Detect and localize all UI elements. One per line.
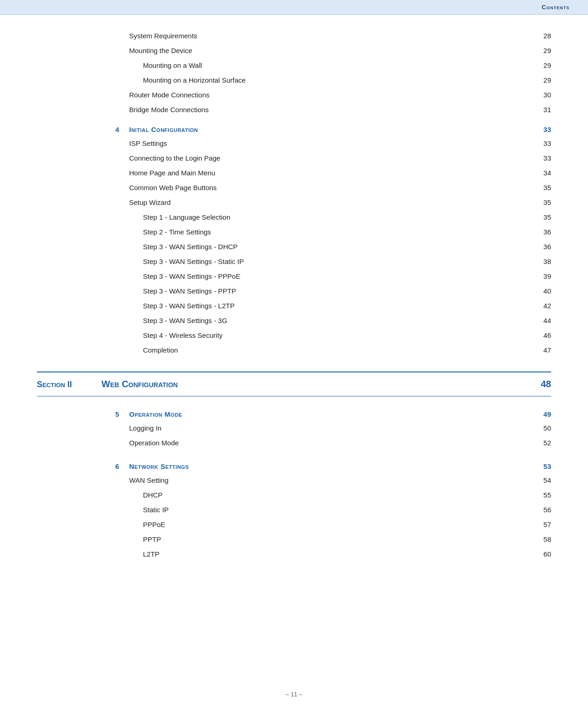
toc-entry: Completion47: [129, 343, 551, 358]
toc-page: 60: [533, 549, 551, 560]
toc-page: 29: [533, 60, 551, 71]
chapter6-num: 6: [115, 462, 129, 470]
chapter4-heading: 4 Initial Configuration 33: [37, 121, 551, 136]
toc-label: Setup Wizard: [129, 197, 533, 208]
toc-entry: Step 4 - Wireless Security46: [129, 328, 551, 343]
toc-label: Step 2 - Time Settings: [143, 227, 533, 238]
chapter5-heading: 5 Operation Mode 49: [37, 406, 551, 421]
toc-label: Step 3 - WAN Settings - PPTP: [143, 286, 533, 297]
toc-page: 28: [533, 30, 551, 42]
toc-entry: Step 1 - Language Selection35: [129, 210, 551, 225]
chapter4-num: 4: [115, 126, 129, 133]
toc-entry: Step 3 - WAN Settings - Static IP38: [129, 254, 551, 269]
toc-page: 54: [533, 475, 551, 486]
chapter6-heading: 6 Network Settings 53: [37, 458, 551, 473]
toc-entry: Step 3 - WAN Settings - DHCP36: [129, 240, 551, 254]
toc-label: Mounting the Device: [129, 45, 533, 56]
toc-page: 39: [533, 271, 551, 282]
toc-entry: Router Mode Connections30: [129, 88, 551, 102]
toc-label: DHCP: [143, 490, 533, 501]
section2-title: Web Configuration: [92, 379, 533, 389]
toc-entry: Step 3 - WAN Settings - L2TP42: [129, 299, 551, 313]
toc-content: System Requirements28Mounting the Device…: [0, 15, 588, 589]
toc-entry: Operation Mode52: [129, 436, 551, 450]
toc-label: Bridge Mode Connections: [129, 104, 533, 115]
toc-entry: Common Web Page Buttons35: [129, 180, 551, 195]
toc-label: Common Web Page Buttons: [129, 182, 533, 193]
toc-label: Static IP: [143, 504, 533, 515]
toc-label: System Requirements: [129, 30, 533, 42]
toc-page: 58: [533, 534, 551, 545]
chapter4-entries: ISP Settings33Connecting to the Login Pa…: [37, 136, 551, 358]
section2-label: Section II: [37, 380, 92, 389]
chapter6-entries: WAN Setting54DHCP55Static IP56PPPoE57PPT…: [37, 473, 551, 562]
toc-label: Connecting to the Login Page: [129, 153, 533, 164]
toc-entry: Setup Wizard35: [129, 195, 551, 210]
toc-page: 29: [533, 45, 551, 56]
toc-entry: Step 3 - WAN Settings - PPPoE39: [129, 269, 551, 284]
toc-entry: PPPoE57: [129, 517, 551, 532]
toc-top-entries: System Requirements28Mounting the Device…: [37, 29, 551, 117]
chapter5-label: Operation Mode: [129, 410, 528, 418]
toc-label: Step 3 - WAN Settings - DHCP: [143, 241, 533, 252]
toc-entry: Mounting the Device29: [129, 43, 551, 58]
toc-page: 33: [533, 138, 551, 149]
toc-label: Step 1 - Language Selection: [143, 212, 533, 223]
toc-label: L2TP: [143, 549, 533, 560]
toc-label: Router Mode Connections: [129, 90, 533, 101]
chapter5-page: 49: [528, 410, 551, 418]
toc-page: 35: [533, 182, 551, 193]
toc-page: 56: [533, 504, 551, 515]
chapter4-label: Initial Configuration: [129, 126, 528, 133]
header-title: Contents: [542, 4, 570, 11]
toc-entry: L2TP60: [129, 547, 551, 562]
toc-page: 35: [533, 212, 551, 223]
toc-entry: Mounting on a Wall29: [129, 58, 551, 73]
toc-entry: PPTP58: [129, 532, 551, 547]
toc-label: Step 3 - WAN Settings - 3G: [143, 315, 533, 326]
toc-page: 36: [533, 227, 551, 238]
toc-entry: Home Page and Main Menu34: [129, 166, 551, 180]
toc-label: Home Page and Main Menu: [129, 168, 533, 179]
toc-page: 57: [533, 519, 551, 530]
toc-page: 33: [533, 153, 551, 164]
toc-entry: Bridge Mode Connections31: [129, 102, 551, 117]
toc-entry: Logging In50: [129, 421, 551, 436]
toc-label: Step 3 - WAN Settings - Static IP: [143, 256, 533, 267]
toc-page: 44: [533, 315, 551, 326]
chapter6-page: 53: [528, 462, 551, 470]
toc-label: Operation Mode: [129, 437, 533, 449]
toc-entry: DHCP55: [129, 488, 551, 503]
toc-label: ISP Settings: [129, 138, 533, 149]
toc-page: 34: [533, 168, 551, 179]
toc-entry: Step 2 - Time Settings36: [129, 225, 551, 240]
page-header: Contents: [0, 0, 588, 15]
chapter4-page: 33: [528, 126, 551, 133]
toc-page: 30: [533, 90, 551, 101]
toc-label: PPTP: [143, 534, 533, 545]
toc-page: 31: [533, 104, 551, 115]
toc-entry: Step 3 - WAN Settings - 3G44: [129, 313, 551, 328]
toc-entry: Step 3 - WAN Settings - PPTP40: [129, 284, 551, 299]
toc-page: 40: [533, 286, 551, 297]
toc-label: Step 3 - WAN Settings - PPPoE: [143, 271, 533, 282]
page-number: – 11 –: [285, 691, 302, 698]
toc-label: Step 4 - Wireless Security: [143, 330, 533, 341]
toc-page: 42: [533, 300, 551, 312]
toc-page: 38: [533, 256, 551, 267]
toc-label: Mounting on a Horizontal Surface: [143, 75, 533, 86]
toc-label: PPPoE: [143, 519, 533, 530]
toc-page: 47: [533, 345, 551, 356]
toc-page: 55: [533, 490, 551, 501]
toc-page: 29: [533, 75, 551, 86]
toc-entry: System Requirements28: [129, 29, 551, 43]
toc-page: 36: [533, 241, 551, 252]
toc-entry: WAN Setting54: [129, 473, 551, 488]
toc-label: Mounting on a Wall: [143, 60, 533, 71]
toc-page: 46: [533, 330, 551, 341]
toc-entry: Static IP56: [129, 503, 551, 517]
section2-page: 48: [533, 379, 551, 389]
toc-page: 50: [533, 423, 551, 434]
toc-entry: Connecting to the Login Page33: [129, 151, 551, 166]
toc-page: 35: [533, 197, 551, 208]
